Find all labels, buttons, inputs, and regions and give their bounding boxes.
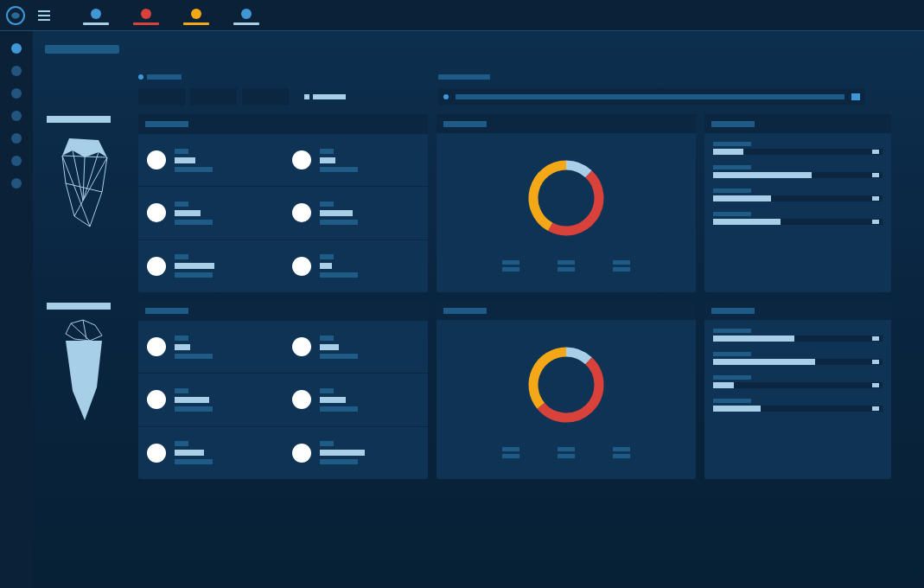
donut-legend — [502, 447, 630, 458]
metric-icon — [147, 203, 166, 222]
top-tabs — [83, 5, 259, 25]
donut-legend — [502, 260, 630, 272]
metrics-grid-card — [138, 301, 428, 479]
metric-cell[interactable] — [284, 426, 429, 479]
metric-cell[interactable] — [284, 186, 429, 239]
metric-cell[interactable] — [284, 133, 429, 186]
main-content — [33, 31, 924, 588]
metric-icon — [147, 257, 166, 276]
menu-icon[interactable] — [31, 10, 57, 21]
metric-cell[interactable] — [138, 133, 284, 186]
donut-chart — [523, 155, 609, 245]
bar-row — [713, 189, 883, 201]
bar-row — [713, 165, 883, 178]
nav-item-2[interactable] — [11, 88, 22, 99]
donut-chart — [523, 342, 609, 431]
svg-line-7 — [73, 150, 83, 201]
section-title — [47, 303, 111, 310]
svg-marker-1 — [62, 138, 107, 157]
comparison-bar[interactable] — [438, 88, 865, 105]
filter-button-2[interactable] — [242, 88, 289, 105]
nav-item-1[interactable] — [11, 66, 22, 76]
metric-icon — [147, 150, 166, 169]
nav-item-4[interactable] — [11, 133, 22, 144]
metric-cell[interactable] — [138, 186, 284, 239]
bar-row — [713, 352, 883, 365]
iceberg-icon — [48, 131, 121, 244]
filter-label — [147, 74, 182, 80]
metric-icon — [292, 337, 311, 356]
svg-line-5 — [83, 157, 85, 201]
top-tab-0[interactable] — [83, 5, 109, 25]
iceberg-icon — [48, 318, 121, 431]
donut-chart-card — [437, 301, 696, 479]
bar-row — [713, 399, 883, 412]
filter-button-0[interactable] — [138, 88, 185, 105]
app-logo — [0, 0, 31, 31]
metric-cell[interactable] — [284, 320, 429, 373]
svg-marker-12 — [66, 341, 102, 420]
nav-item-3[interactable] — [11, 111, 22, 121]
metric-icon — [147, 337, 166, 356]
metric-cell[interactable] — [138, 240, 284, 292]
metric-icon — [147, 444, 166, 463]
metrics-grid-card — [138, 114, 428, 292]
page-title — [45, 45, 119, 54]
nav-item-5[interactable] — [11, 156, 22, 166]
bar-row — [713, 142, 883, 155]
donut-chart-card — [437, 114, 696, 292]
bar-row — [713, 329, 883, 342]
bars-card — [704, 114, 891, 292]
comparison-label — [438, 74, 490, 80]
metric-cell[interactable] — [138, 373, 284, 425]
nav-item-6[interactable] — [11, 178, 22, 189]
top-tab-3[interactable] — [233, 5, 259, 25]
metric-icon — [147, 390, 166, 409]
top-tab-1[interactable] — [133, 5, 159, 25]
comparison-area — [438, 67, 908, 105]
metric-cell[interactable] — [284, 373, 429, 425]
nav-item-0[interactable] — [11, 43, 22, 54]
section-1 — [41, 301, 908, 479]
metric-icon — [292, 444, 311, 463]
top-bar — [0, 0, 924, 31]
metric-icon — [292, 390, 311, 409]
metric-cell[interactable] — [138, 426, 284, 479]
top-tab-2[interactable] — [183, 5, 209, 25]
metric-icon — [292, 150, 311, 169]
side-nav — [0, 31, 33, 588]
metric-cell[interactable] — [284, 240, 429, 292]
metric-icon — [292, 203, 311, 222]
bars-card — [704, 301, 891, 479]
section-0 — [41, 114, 908, 292]
metric-icon — [292, 257, 311, 276]
filter-toggle[interactable] — [304, 94, 346, 99]
filter-area — [138, 67, 428, 105]
bar-row — [713, 212, 883, 225]
filter-button-1[interactable] — [190, 88, 237, 105]
bar-row — [713, 375, 883, 388]
section-title — [47, 116, 111, 123]
metric-cell[interactable] — [138, 320, 284, 373]
